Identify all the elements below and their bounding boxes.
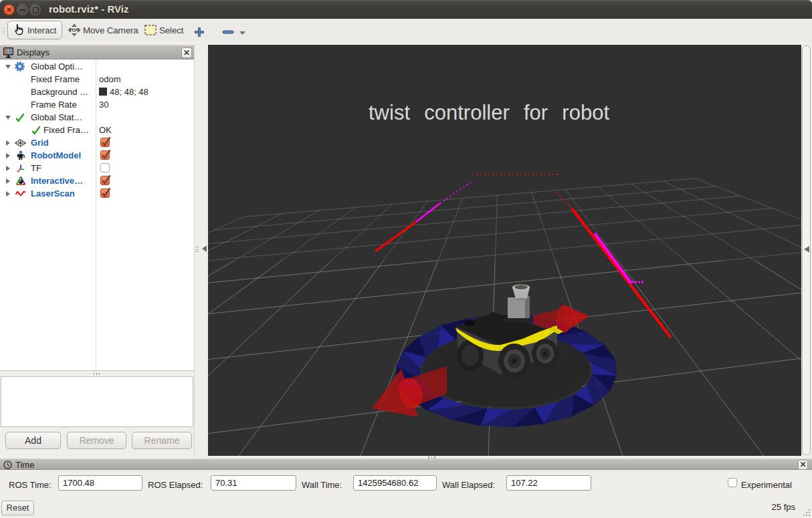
svg-text:twist controller for robot: twist controller for robot [369, 101, 609, 124]
